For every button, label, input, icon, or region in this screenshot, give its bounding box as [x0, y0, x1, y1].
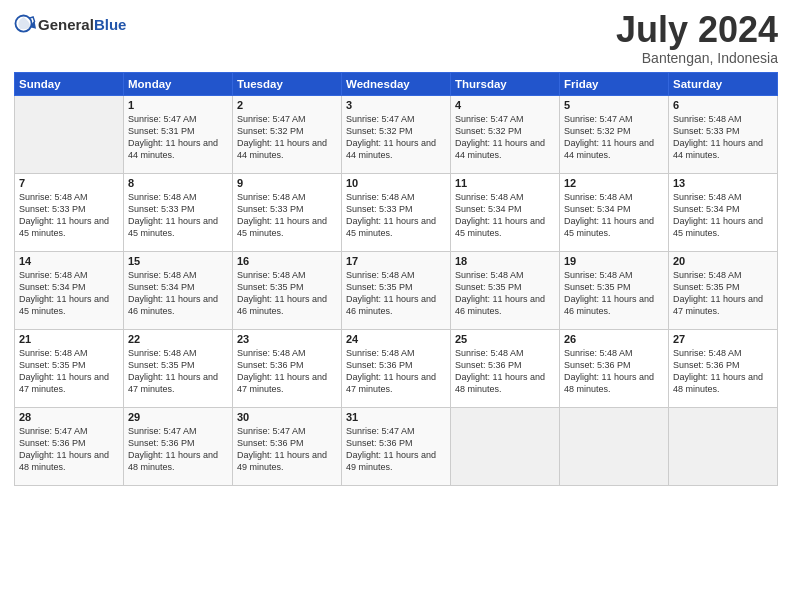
day-cell — [560, 407, 669, 485]
weekday-header-friday: Friday — [560, 72, 669, 95]
weekday-row: SundayMondayTuesdayWednesdayThursdayFrid… — [15, 72, 778, 95]
day-number: 15 — [128, 255, 228, 267]
day-number: 29 — [128, 411, 228, 423]
day-info: Sunrise: 5:48 AM Sunset: 5:35 PM Dayligh… — [455, 269, 555, 318]
day-cell: 13Sunrise: 5:48 AM Sunset: 5:34 PM Dayli… — [669, 173, 778, 251]
day-number: 5 — [564, 99, 664, 111]
day-number: 13 — [673, 177, 773, 189]
day-info: Sunrise: 5:48 AM Sunset: 5:35 PM Dayligh… — [19, 347, 119, 396]
day-info: Sunrise: 5:48 AM Sunset: 5:33 PM Dayligh… — [19, 191, 119, 240]
week-row-3: 14Sunrise: 5:48 AM Sunset: 5:34 PM Dayli… — [15, 251, 778, 329]
day-number: 31 — [346, 411, 446, 423]
day-number: 21 — [19, 333, 119, 345]
day-number: 10 — [346, 177, 446, 189]
week-row-4: 21Sunrise: 5:48 AM Sunset: 5:35 PM Dayli… — [15, 329, 778, 407]
day-info: Sunrise: 5:48 AM Sunset: 5:35 PM Dayligh… — [128, 347, 228, 396]
day-number: 30 — [237, 411, 337, 423]
calendar-body: 1Sunrise: 5:47 AM Sunset: 5:31 PM Daylig… — [15, 95, 778, 485]
day-number: 16 — [237, 255, 337, 267]
day-number: 20 — [673, 255, 773, 267]
day-cell: 5Sunrise: 5:47 AM Sunset: 5:32 PM Daylig… — [560, 95, 669, 173]
day-info: Sunrise: 5:47 AM Sunset: 5:36 PM Dayligh… — [128, 425, 228, 474]
day-cell: 30Sunrise: 5:47 AM Sunset: 5:36 PM Dayli… — [233, 407, 342, 485]
day-cell: 26Sunrise: 5:48 AM Sunset: 5:36 PM Dayli… — [560, 329, 669, 407]
day-cell: 3Sunrise: 5:47 AM Sunset: 5:32 PM Daylig… — [342, 95, 451, 173]
day-info: Sunrise: 5:48 AM Sunset: 5:35 PM Dayligh… — [346, 269, 446, 318]
day-info: Sunrise: 5:48 AM Sunset: 5:34 PM Dayligh… — [564, 191, 664, 240]
day-cell: 25Sunrise: 5:48 AM Sunset: 5:36 PM Dayli… — [451, 329, 560, 407]
day-cell: 19Sunrise: 5:48 AM Sunset: 5:35 PM Dayli… — [560, 251, 669, 329]
day-info: Sunrise: 5:48 AM Sunset: 5:34 PM Dayligh… — [455, 191, 555, 240]
day-info: Sunrise: 5:47 AM Sunset: 5:32 PM Dayligh… — [346, 113, 446, 162]
day-number: 26 — [564, 333, 664, 345]
day-number: 12 — [564, 177, 664, 189]
month-title: July 2024 — [616, 10, 778, 50]
logo-text: GeneralBlue — [38, 16, 126, 34]
day-cell: 16Sunrise: 5:48 AM Sunset: 5:35 PM Dayli… — [233, 251, 342, 329]
day-info: Sunrise: 5:47 AM Sunset: 5:36 PM Dayligh… — [237, 425, 337, 474]
day-cell: 20Sunrise: 5:48 AM Sunset: 5:35 PM Dayli… — [669, 251, 778, 329]
day-number: 23 — [237, 333, 337, 345]
title-block: July 2024 Bantengan, Indonesia — [616, 10, 778, 66]
day-number: 27 — [673, 333, 773, 345]
weekday-header-monday: Monday — [124, 72, 233, 95]
day-number: 11 — [455, 177, 555, 189]
weekday-header-sunday: Sunday — [15, 72, 124, 95]
day-cell: 14Sunrise: 5:48 AM Sunset: 5:34 PM Dayli… — [15, 251, 124, 329]
day-cell: 9Sunrise: 5:48 AM Sunset: 5:33 PM Daylig… — [233, 173, 342, 251]
day-info: Sunrise: 5:48 AM Sunset: 5:36 PM Dayligh… — [455, 347, 555, 396]
week-row-2: 7Sunrise: 5:48 AM Sunset: 5:33 PM Daylig… — [15, 173, 778, 251]
day-info: Sunrise: 5:47 AM Sunset: 5:32 PM Dayligh… — [237, 113, 337, 162]
day-cell: 17Sunrise: 5:48 AM Sunset: 5:35 PM Dayli… — [342, 251, 451, 329]
day-number: 2 — [237, 99, 337, 111]
day-cell: 8Sunrise: 5:48 AM Sunset: 5:33 PM Daylig… — [124, 173, 233, 251]
day-cell: 23Sunrise: 5:48 AM Sunset: 5:36 PM Dayli… — [233, 329, 342, 407]
day-info: Sunrise: 5:48 AM Sunset: 5:36 PM Dayligh… — [673, 347, 773, 396]
day-info: Sunrise: 5:47 AM Sunset: 5:31 PM Dayligh… — [128, 113, 228, 162]
weekday-header-wednesday: Wednesday — [342, 72, 451, 95]
day-cell: 22Sunrise: 5:48 AM Sunset: 5:35 PM Dayli… — [124, 329, 233, 407]
day-number: 28 — [19, 411, 119, 423]
day-info: Sunrise: 5:48 AM Sunset: 5:34 PM Dayligh… — [19, 269, 119, 318]
day-cell: 24Sunrise: 5:48 AM Sunset: 5:36 PM Dayli… — [342, 329, 451, 407]
day-info: Sunrise: 5:48 AM Sunset: 5:33 PM Dayligh… — [673, 113, 773, 162]
location-title: Bantengan, Indonesia — [616, 50, 778, 66]
day-info: Sunrise: 5:47 AM Sunset: 5:36 PM Dayligh… — [19, 425, 119, 474]
day-info: Sunrise: 5:48 AM Sunset: 5:36 PM Dayligh… — [237, 347, 337, 396]
day-cell: 28Sunrise: 5:47 AM Sunset: 5:36 PM Dayli… — [15, 407, 124, 485]
day-info: Sunrise: 5:47 AM Sunset: 5:36 PM Dayligh… — [346, 425, 446, 474]
week-row-1: 1Sunrise: 5:47 AM Sunset: 5:31 PM Daylig… — [15, 95, 778, 173]
weekday-header-tuesday: Tuesday — [233, 72, 342, 95]
logo-icon — [14, 14, 36, 36]
day-cell: 29Sunrise: 5:47 AM Sunset: 5:36 PM Dayli… — [124, 407, 233, 485]
day-cell: 15Sunrise: 5:48 AM Sunset: 5:34 PM Dayli… — [124, 251, 233, 329]
day-cell: 4Sunrise: 5:47 AM Sunset: 5:32 PM Daylig… — [451, 95, 560, 173]
day-cell — [451, 407, 560, 485]
day-number: 7 — [19, 177, 119, 189]
logo-blue: Blue — [94, 16, 127, 33]
day-cell: 7Sunrise: 5:48 AM Sunset: 5:33 PM Daylig… — [15, 173, 124, 251]
day-number: 19 — [564, 255, 664, 267]
day-number: 6 — [673, 99, 773, 111]
day-info: Sunrise: 5:48 AM Sunset: 5:33 PM Dayligh… — [346, 191, 446, 240]
day-info: Sunrise: 5:48 AM Sunset: 5:36 PM Dayligh… — [564, 347, 664, 396]
calendar-table: SundayMondayTuesdayWednesdayThursdayFrid… — [14, 72, 778, 486]
logo: GeneralBlue — [14, 14, 126, 36]
day-cell: 6Sunrise: 5:48 AM Sunset: 5:33 PM Daylig… — [669, 95, 778, 173]
header: GeneralBlue July 2024 Bantengan, Indones… — [14, 10, 778, 66]
day-number: 9 — [237, 177, 337, 189]
day-cell: 21Sunrise: 5:48 AM Sunset: 5:35 PM Dayli… — [15, 329, 124, 407]
day-cell: 2Sunrise: 5:47 AM Sunset: 5:32 PM Daylig… — [233, 95, 342, 173]
day-number: 22 — [128, 333, 228, 345]
day-info: Sunrise: 5:48 AM Sunset: 5:33 PM Dayligh… — [128, 191, 228, 240]
day-cell — [669, 407, 778, 485]
day-info: Sunrise: 5:48 AM Sunset: 5:33 PM Dayligh… — [237, 191, 337, 240]
day-cell: 1Sunrise: 5:47 AM Sunset: 5:31 PM Daylig… — [124, 95, 233, 173]
day-number: 17 — [346, 255, 446, 267]
day-cell: 11Sunrise: 5:48 AM Sunset: 5:34 PM Dayli… — [451, 173, 560, 251]
day-number: 24 — [346, 333, 446, 345]
day-info: Sunrise: 5:48 AM Sunset: 5:35 PM Dayligh… — [237, 269, 337, 318]
day-cell: 31Sunrise: 5:47 AM Sunset: 5:36 PM Dayli… — [342, 407, 451, 485]
calendar-header: SundayMondayTuesdayWednesdayThursdayFrid… — [15, 72, 778, 95]
weekday-header-saturday: Saturday — [669, 72, 778, 95]
